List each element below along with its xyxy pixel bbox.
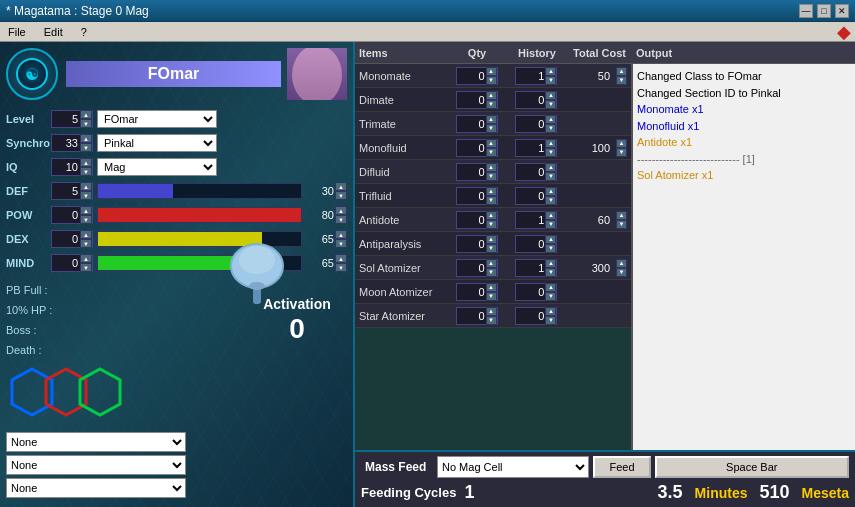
hist-down[interactable]: ▼ — [545, 76, 556, 85]
qty-down[interactable]: ▼ — [486, 244, 497, 253]
hist-spinner[interactable]: 1 ▲ ▼ — [515, 139, 557, 157]
hist-down[interactable]: ▼ — [545, 100, 556, 109]
qty-up[interactable]: ▲ — [486, 307, 497, 316]
qty-spinner[interactable]: 0 ▲ ▼ — [456, 163, 498, 181]
pow-max-down[interactable]: ▼ — [335, 215, 347, 224]
iq-spin-down[interactable]: ▼ — [80, 167, 92, 176]
qty-up[interactable]: ▲ — [486, 211, 497, 220]
hist-up[interactable]: ▲ — [545, 91, 556, 100]
qty-spinner[interactable]: 0 ▲ ▼ — [456, 211, 498, 229]
hist-up[interactable]: ▲ — [545, 187, 556, 196]
hist-up[interactable]: ▲ — [545, 115, 556, 124]
qty-down[interactable]: ▼ — [486, 196, 497, 205]
dex-spin-down[interactable]: ▼ — [80, 239, 92, 248]
hist-up[interactable]: ▲ — [545, 307, 556, 316]
hist-down[interactable]: ▼ — [545, 316, 556, 325]
cost-up[interactable]: ▲ — [616, 259, 627, 268]
feed-button[interactable]: Feed — [593, 456, 650, 478]
qty-down[interactable]: ▼ — [486, 316, 497, 325]
pow-max-up[interactable]: ▲ — [335, 206, 347, 215]
cost-down[interactable]: ▼ — [616, 76, 627, 85]
hist-down[interactable]: ▼ — [545, 196, 556, 205]
cost-down[interactable]: ▼ — [616, 220, 627, 229]
qty-up[interactable]: ▲ — [486, 67, 497, 76]
hist-down[interactable]: ▼ — [545, 244, 556, 253]
hist-down[interactable]: ▼ — [545, 268, 556, 277]
close-button[interactable]: ✕ — [835, 4, 849, 18]
qty-up[interactable]: ▲ — [486, 187, 497, 196]
hist-spinner[interactable]: 0 ▲ ▼ — [515, 235, 557, 253]
def-spin-up[interactable]: ▲ — [80, 182, 92, 191]
qty-down[interactable]: ▼ — [486, 124, 497, 133]
synchro-spin-down[interactable]: ▼ — [80, 143, 92, 152]
menu-edit[interactable]: Edit — [40, 26, 67, 38]
hist-spinner[interactable]: 0 ▲ ▼ — [515, 187, 557, 205]
qty-spinner[interactable]: 0 ▲ ▼ — [456, 91, 498, 109]
qty-spinner[interactable]: 0 ▲ ▼ — [456, 235, 498, 253]
level-class-dropdown[interactable]: FOmar — [97, 110, 217, 128]
level-spinner[interactable]: 5 ▲ ▼ — [51, 110, 93, 128]
mag-cell-dropdown[interactable]: No Mag Cell — [437, 456, 589, 478]
hist-down[interactable]: ▼ — [545, 148, 556, 157]
def-spin-down[interactable]: ▼ — [80, 191, 92, 200]
qty-spinner[interactable]: 0 ▲ ▼ — [456, 139, 498, 157]
qty-spinner[interactable]: 0 ▲ ▼ — [456, 283, 498, 301]
action-dropdown-2[interactable]: None — [6, 455, 186, 475]
hist-spinner[interactable]: 1 ▲ ▼ — [515, 211, 557, 229]
action-dropdown-3[interactable]: None — [6, 478, 186, 498]
qty-spinner[interactable]: 0 ▲ ▼ — [456, 115, 498, 133]
hist-down[interactable]: ▼ — [545, 124, 556, 133]
hist-spinner[interactable]: 0 ▲ ▼ — [515, 283, 557, 301]
hist-up[interactable]: ▲ — [545, 163, 556, 172]
cost-down[interactable]: ▼ — [616, 148, 627, 157]
qty-down[interactable]: ▼ — [486, 100, 497, 109]
mind-max-down[interactable]: ▼ — [335, 263, 347, 272]
iq-mag-dropdown[interactable]: Mag — [97, 158, 217, 176]
qty-up[interactable]: ▲ — [486, 259, 497, 268]
synchro-section-dropdown[interactable]: Pinkal — [97, 134, 217, 152]
pow-spin-up[interactable]: ▲ — [80, 206, 92, 215]
qty-spinner[interactable]: 0 ▲ ▼ — [456, 67, 498, 85]
dex-max-down[interactable]: ▼ — [335, 239, 347, 248]
qty-down[interactable]: ▼ — [486, 220, 497, 229]
qty-up[interactable]: ▲ — [486, 283, 497, 292]
maximize-button[interactable]: □ — [817, 4, 831, 18]
qty-down[interactable]: ▼ — [486, 148, 497, 157]
hist-up[interactable]: ▲ — [545, 211, 556, 220]
cost-up[interactable]: ▲ — [616, 139, 627, 148]
qty-down[interactable]: ▼ — [486, 268, 497, 277]
hist-down[interactable]: ▼ — [545, 220, 556, 229]
qty-up[interactable]: ▲ — [486, 91, 497, 100]
qty-spinner[interactable]: 0 ▲ ▼ — [456, 259, 498, 277]
synchro-spinner[interactable]: 33 ▲ ▼ — [51, 134, 93, 152]
mind-spin-down[interactable]: ▼ — [80, 263, 92, 272]
qty-spinner[interactable]: 0 ▲ ▼ — [456, 307, 498, 325]
minimize-button[interactable]: — — [799, 4, 813, 18]
level-spin-down[interactable]: ▼ — [80, 119, 92, 128]
def-spinner[interactable]: 5 ▲ ▼ — [51, 182, 93, 200]
spacebar-button[interactable]: Space Bar — [655, 456, 849, 478]
qty-up[interactable]: ▲ — [486, 115, 497, 124]
pow-spin-down[interactable]: ▼ — [80, 215, 92, 224]
qty-up[interactable]: ▲ — [486, 139, 497, 148]
synchro-spin-up[interactable]: ▲ — [80, 134, 92, 143]
level-spin-up[interactable]: ▲ — [80, 110, 92, 119]
mind-spin-up[interactable]: ▲ — [80, 254, 92, 263]
qty-down[interactable]: ▼ — [486, 172, 497, 181]
hist-spinner[interactable]: 0 ▲ ▼ — [515, 91, 557, 109]
mind-spinner[interactable]: 0 ▲ ▼ — [51, 254, 93, 272]
menu-help[interactable]: ? — [77, 26, 91, 38]
cost-down[interactable]: ▼ — [616, 268, 627, 277]
qty-up[interactable]: ▲ — [486, 163, 497, 172]
hist-up[interactable]: ▲ — [545, 139, 556, 148]
dex-max-up[interactable]: ▲ — [335, 230, 347, 239]
iq-spinner[interactable]: 10 ▲ ▼ — [51, 158, 93, 176]
qty-down[interactable]: ▼ — [486, 76, 497, 85]
dex-spin-up[interactable]: ▲ — [80, 230, 92, 239]
hist-spinner[interactable]: 1 ▲ ▼ — [515, 259, 557, 277]
cost-up[interactable]: ▲ — [616, 211, 627, 220]
def-max-up[interactable]: ▲ — [335, 182, 347, 191]
hist-spinner[interactable]: 0 ▲ ▼ — [515, 115, 557, 133]
pow-spinner[interactable]: 0 ▲ ▼ — [51, 206, 93, 224]
hist-spinner[interactable]: 1 ▲ ▼ — [515, 67, 557, 85]
